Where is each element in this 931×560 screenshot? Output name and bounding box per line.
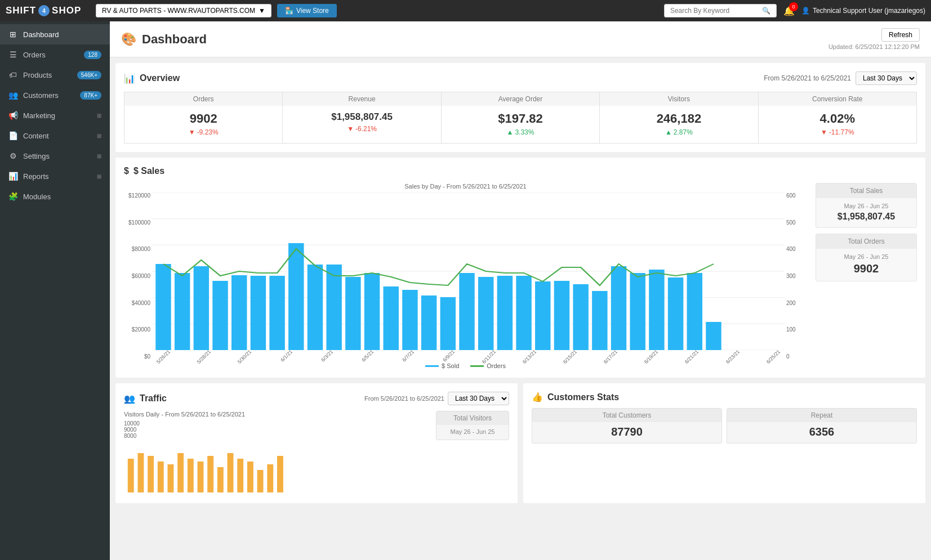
svg-rect-33	[649, 270, 664, 350]
chart-main: Sales by Day - From 5/26/2021 to 6/25/20…	[124, 183, 807, 369]
store-selector[interactable]: RV & AUTO PARTS - WWW.RVAUTOPARTS.COM ▼	[96, 4, 271, 17]
notification-bell[interactable]: 🔔 0	[783, 6, 795, 16]
total-orders-label: Total Orders	[816, 234, 916, 249]
page-title: 🎨 Dashboard	[121, 32, 207, 47]
settings-expand-icon: ⊞	[97, 153, 101, 159]
svg-rect-11	[231, 275, 247, 350]
svg-rect-23	[459, 273, 474, 350]
products-icon: 🏷	[8, 70, 17, 79]
svg-rect-8	[175, 273, 190, 350]
sidebar-item-orders[interactable]: ☰ Orders 128	[0, 44, 110, 65]
chevron-down-icon: ▼	[259, 7, 265, 15]
sidebar-item-marketing[interactable]: 📢 Marketing ⊞	[0, 105, 110, 126]
sidebar-item-products[interactable]: 🏷 Products 546K+	[0, 65, 110, 85]
total-orders-date: May 26 - Jun 25	[823, 253, 910, 260]
chart-sidebar: Total Sales May 26 - Jun 25 $1,958,807.4…	[816, 183, 917, 369]
thumbs-up-icon: 👍	[532, 392, 543, 402]
sales-section: $ $ Sales Sales by Day - From 5/26/2021 …	[115, 158, 925, 378]
overview-date-range: From 5/26/2021 to 6/25/2021	[764, 74, 851, 82]
traffic-title: 👥 Traffic	[124, 393, 167, 404]
search-box[interactable]: 🔍	[664, 4, 777, 17]
total-orders-card: Total Orders May 26 - Jun 25 9902	[816, 234, 917, 281]
chart-wrapper: $120000$100000$80000$60000$40000$20000$0…	[152, 192, 785, 360]
arrow-down-icon-2: ▼	[347, 125, 354, 133]
svg-rect-35	[687, 273, 702, 350]
sales-chart-svg	[152, 192, 785, 350]
search-input[interactable]	[670, 7, 759, 15]
y-axis-left: $120000$100000$80000$60000$40000$20000$0	[127, 192, 150, 360]
stat-revenue-label: Revenue	[283, 92, 440, 106]
chart-container: Sales by Day - From 5/26/2021 to 6/25/20…	[124, 183, 917, 369]
repeat-customers-box: Repeat 6356	[727, 408, 917, 443]
user-icon: 👤	[801, 7, 810, 15]
svg-rect-24	[478, 277, 493, 350]
svg-rect-10	[212, 281, 228, 350]
sidebar-item-content[interactable]: 📄 Content ⊞	[0, 126, 110, 146]
svg-rect-27	[535, 281, 550, 350]
overview-header: 📊 Overview From 5/26/2021 to 6/25/2021 L…	[124, 71, 917, 85]
traffic-chart-svg	[124, 442, 430, 492]
traffic-date-controls: From 5/26/2021 to 6/25/2021 Last 30 Days	[364, 392, 509, 405]
customers-stats-header: 👍 Customers Stats	[532, 392, 917, 402]
traffic-chart-title: Visitors Daily - From 5/26/2021 to 6/25/…	[124, 411, 430, 418]
svg-rect-47	[228, 453, 234, 492]
stats-grid: Orders 9902 ▼ -9.23% Revenue $1,958,807.…	[124, 92, 917, 144]
traffic-stats: Total Visitors May 26 - Jun 25	[436, 411, 509, 495]
svg-rect-51	[267, 464, 273, 492]
y-axis-right: 6005004003002001000	[786, 192, 804, 360]
svg-rect-29	[573, 284, 588, 350]
svg-rect-12	[251, 276, 266, 350]
svg-rect-52	[277, 456, 283, 492]
total-visitors-card: Total Visitors May 26 - Jun 25	[436, 411, 509, 440]
stat-conversion-change: ▼ -11.77%	[767, 128, 908, 136]
svg-rect-50	[257, 470, 264, 492]
svg-rect-15	[308, 265, 323, 350]
stat-conversion-label: Conversion Rate	[759, 92, 916, 106]
user-info: 👤 Technical Support User (jmazariegos)	[801, 7, 925, 15]
total-visitors-label: Total Visitors	[436, 411, 509, 425]
sidebar-item-settings[interactable]: ⚙ Settings ⊞	[0, 146, 110, 166]
refresh-button[interactable]: Refresh	[881, 28, 920, 42]
svg-rect-19	[384, 286, 399, 350]
traffic-date-select[interactable]: Last 30 Days	[448, 392, 509, 405]
stat-revenue-value: $1,958,807.45	[291, 111, 432, 123]
arrow-down-icon-3: ▼	[821, 128, 827, 136]
content-icon: 📄	[8, 131, 17, 140]
svg-rect-14	[288, 243, 304, 350]
svg-rect-38	[137, 453, 144, 492]
traffic-section: 👥 Traffic From 5/26/2021 to 6/25/2021 La…	[115, 383, 518, 503]
orders-badge: 128	[84, 51, 101, 59]
search-icon: 🔍	[762, 7, 770, 15]
traffic-chart-area: Visitors Daily - From 5/26/2021 to 6/25/…	[124, 411, 430, 495]
settings-icon: ⚙	[8, 151, 17, 160]
stat-avg-label: Average Order	[442, 92, 599, 106]
overview-section: 📊 Overview From 5/26/2021 to 6/25/2021 L…	[115, 63, 925, 152]
svg-rect-9	[194, 266, 209, 350]
svg-rect-7	[155, 264, 171, 350]
svg-rect-32	[630, 273, 645, 350]
svg-rect-26	[516, 276, 531, 350]
dollar-icon: $	[124, 166, 129, 176]
svg-rect-36	[706, 322, 721, 350]
reports-expand-icon: ⊞	[97, 173, 101, 180]
chart-legend: $ Sold Orders	[124, 362, 807, 369]
store-icon: 🏪	[285, 7, 293, 15]
sidebar-item-reports[interactable]: 📊 Reports ⊞	[0, 166, 110, 186]
total-sales-date: May 26 - Jun 25	[823, 203, 910, 209]
x-axis-labels: 5/26/21 5/28/21 5/30/21 6/1/21 6/3/21 6/…	[152, 354, 785, 360]
notification-count: 0	[789, 2, 798, 11]
view-store-button[interactable]: 🏪 View Store	[277, 4, 337, 17]
sidebar-item-customers[interactable]: 👥 Customers 87K+	[0, 85, 110, 105]
sidebar-item-modules[interactable]: 🧩 Modules	[0, 186, 110, 207]
logo-badge: 4	[38, 5, 50, 16]
products-badge: 546K+	[77, 71, 101, 79]
svg-rect-40	[158, 462, 164, 492]
total-customers-value: 87790	[537, 425, 717, 438]
sidebar-item-dashboard[interactable]: ⊞ Dashboard	[0, 24, 110, 44]
svg-rect-41	[168, 464, 174, 492]
overview-date-select[interactable]: Last 30 Days	[856, 71, 917, 85]
customers-stats-title: 👍 Customers Stats	[532, 392, 619, 402]
main-layout: ⊞ Dashboard ☰ Orders 128 🏷 Products 546K…	[0, 21, 931, 560]
svg-rect-46	[217, 467, 224, 492]
total-visitors-date: May 26 - Jun 25	[441, 428, 504, 435]
